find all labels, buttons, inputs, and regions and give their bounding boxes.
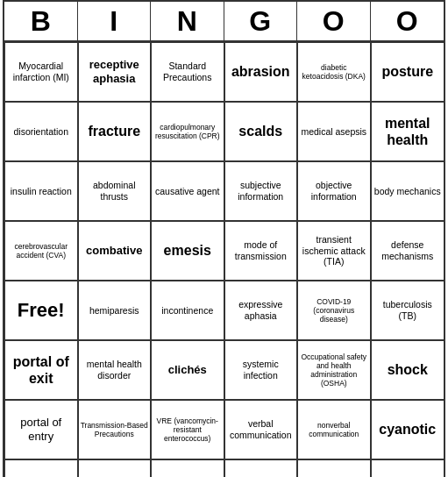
header-letter-B: B [4,2,78,40]
grid-cell-18[interactable]: cerebrovascular accident (CVA) [4,221,78,281]
bingo-card: BINGOO Myocardial infarction (MI)recepti… [3,0,445,477]
grid-cell-25[interactable]: hemiparesis [78,281,152,340]
bingo-grid: Myocardial infarction (MI)receptive apha… [4,42,444,477]
grid-cell-38[interactable]: VRE (vancomycin-resistant enterococcus) [151,400,224,459]
grid-cell-41[interactable]: cyanotic [371,400,444,459]
grid-cell-13[interactable]: abdominal thrusts [78,161,152,221]
grid-cell-28[interactable]: COVID-19 (coronavirus disease) [297,281,371,340]
bingo-header: BINGOO [4,2,444,42]
header-letter-G: G [224,2,298,40]
header-letter-I: I [78,2,152,40]
grid-cell-29[interactable]: tuberculosis (TB) [371,281,444,340]
header-letter-O: O [371,2,444,40]
grid-cell-33[interactable]: systemic infection [224,340,298,400]
grid-cell-16[interactable]: objective information [297,161,371,221]
grid-cell-6[interactable]: disorientation [4,102,78,161]
grid-cell-36[interactable]: portal of entry [4,400,78,459]
grid-cell-2[interactable]: Standard Precautions [151,42,224,102]
grid-cell-3[interactable]: abrasion [224,42,298,102]
grid-cell-47[interactable]: surgical asepsis [371,459,444,477]
grid-cell-1[interactable]: receptive aphasia [78,42,152,102]
grid-cell-7[interactable]: fracture [78,102,152,161]
grid-cell-20[interactable]: emesis [151,221,224,281]
grid-cell-35[interactable]: shock [371,340,444,400]
grid-cell-0[interactable]: Myocardial infarction (MI) [4,42,78,102]
grid-cell-11[interactable]: mental health [371,102,444,161]
grid-cell-4[interactable]: diabetic ketoacidosis (DKA) [297,42,371,102]
grid-cell-42[interactable]: hemiplegia [4,459,78,477]
grid-cell-12[interactable]: insulin reaction [4,161,78,221]
grid-cell-30[interactable]: portal of exit [4,340,78,400]
grid-cell-34[interactable]: Occupational safety and health administr… [297,340,371,400]
grid-cell-8[interactable]: cardiopulmonary resuscitation (CPR) [151,102,224,161]
grid-cell-23[interactable]: defense mechanisms [371,221,444,281]
grid-cell-43[interactable]: syncope [78,459,152,477]
grid-cell-37[interactable]: Transmission-Based Precautions [78,400,152,459]
grid-cell-21[interactable]: mode of transmission [224,221,298,281]
grid-cell-5[interactable]: posture [371,42,444,102]
grid-cell-45[interactable]: obstructed airway [224,459,298,477]
grid-cell-15[interactable]: subjective information [224,161,298,221]
grid-cell-17[interactable]: body mechanics [371,161,444,221]
grid-cell-10[interactable]: medical asepsis [297,102,371,161]
grid-cell-24[interactable]: Free! [4,281,78,340]
grid-cell-26[interactable]: incontinence [151,281,224,340]
grid-cell-46[interactable]: Clostridioides difficile (C. diff, C. di… [297,459,371,477]
grid-cell-14[interactable]: causative agent [151,161,224,221]
grid-cell-19[interactable]: combative [78,221,152,281]
grid-cell-22[interactable]: transient ischemic attack (TIA) [297,221,371,281]
grid-cell-40[interactable]: nonverbal communication [297,400,371,459]
header-letter-N: N [151,2,224,40]
grid-cell-9[interactable]: scalds [224,102,298,161]
header-letter-O: O [297,2,371,40]
grid-cell-44[interactable]: hand hygiene [151,459,224,477]
grid-cell-27[interactable]: expressive aphasia [224,281,298,340]
grid-cell-39[interactable]: verbal communication [224,400,298,459]
grid-cell-31[interactable]: mental health disorder [78,340,152,400]
grid-cell-32[interactable]: clichés [151,340,224,400]
